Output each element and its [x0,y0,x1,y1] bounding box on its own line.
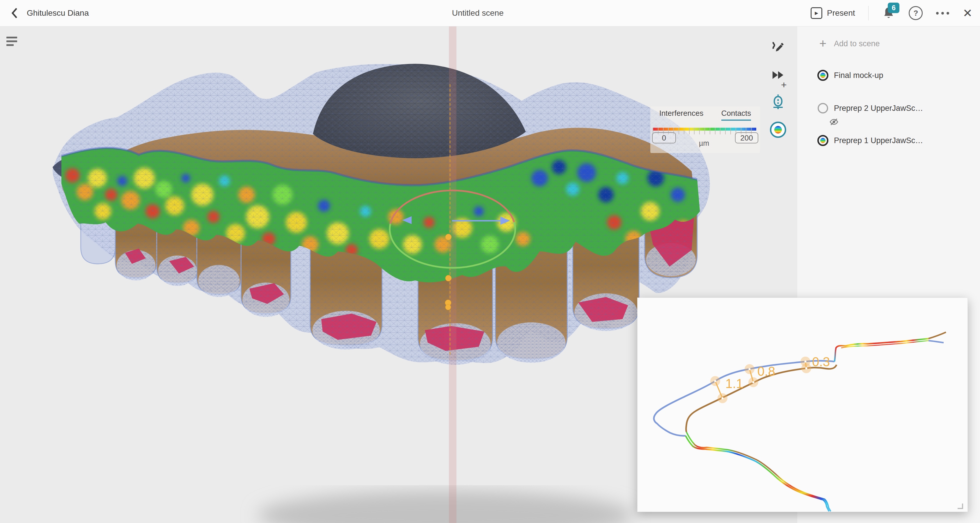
eye-off-icon [829,118,838,126]
profile-tail-brown [929,332,946,339]
model-shadow [258,490,634,523]
help-button[interactable]: ? [909,6,923,20]
radio-selected-icon[interactable] [817,135,829,146]
cross-section-plot: 1.1 0.8 0.3 [638,298,967,512]
measurement-value: 0.8 [757,364,775,378]
scene-item-preprep2[interactable]: Preprep 2 UpperJawSc… [797,100,980,117]
present-play-icon: ▶ [811,7,822,19]
measurement-1[interactable]: 1.1 [710,376,743,403]
tooth-section-icon [771,94,785,110]
measurement-value: 0.3 [812,354,830,369]
menu-button[interactable] [6,37,17,46]
notifications-button[interactable]: 6 [882,6,895,21]
tab-contacts[interactable]: Contacts [721,109,751,121]
add-step-button[interactable]: + [781,79,787,91]
resize-handle-icon[interactable] [958,504,963,509]
measurement-value: 1.1 [725,377,743,391]
add-to-scene-button[interactable]: + Add to scene [797,35,980,52]
colormap-sphere-icon [770,122,786,138]
mesh-overlay [52,64,710,363]
scene-title: Untitled scene [452,0,503,26]
colormap-tool-button[interactable] [770,122,786,138]
measurement-3[interactable]: 0.3 [800,354,830,373]
pen-scribble-icon [772,40,785,53]
chevron-left-icon [11,7,18,19]
tab-interferences[interactable]: Interferences [659,109,703,121]
radio-selected-icon[interactable] [817,70,829,81]
close-button[interactable]: ✕ [963,7,972,19]
more-menu-button[interactable] [936,12,949,14]
cross-section-panel[interactable]: 1.1 0.8 0.3 [637,297,968,512]
present-button[interactable]: ▶ Present [811,7,855,19]
unit-label: µm [699,139,709,148]
radio-unselected-icon[interactable] [818,103,828,113]
scene-item-final-mockup[interactable]: Final mock-up [797,67,980,84]
top-bar: Ghitulescu Diana Untitled scene ▶ Presen… [0,0,980,27]
range-min-input[interactable]: 0 [652,132,676,143]
patient-name[interactable]: Ghitulescu Diana [27,8,89,18]
measurement-2[interactable]: 0.8 [745,364,775,387]
tooth-section-tool-button[interactable] [770,94,786,110]
scene-item-preprep1[interactable]: Preprep 1 UpperJawSc… [797,132,980,149]
visibility-toggle-preprep2[interactable] [829,118,838,127]
notification-badge: 6 [888,3,899,13]
contact-trace-lower [686,432,831,511]
profile-tail-blue [929,341,943,343]
annotate-tool-button[interactable] [770,38,786,55]
application-window: Ghitulescu Diana Untitled scene ▶ Presen… [0,0,980,523]
back-button[interactable] [9,7,21,19]
fast-forward-icon [773,71,784,79]
colormap-legend-panel: Interferences Contacts 0 µm 200 [650,107,760,153]
range-max-input[interactable]: 200 [735,132,758,143]
topbar-divider [868,6,869,21]
